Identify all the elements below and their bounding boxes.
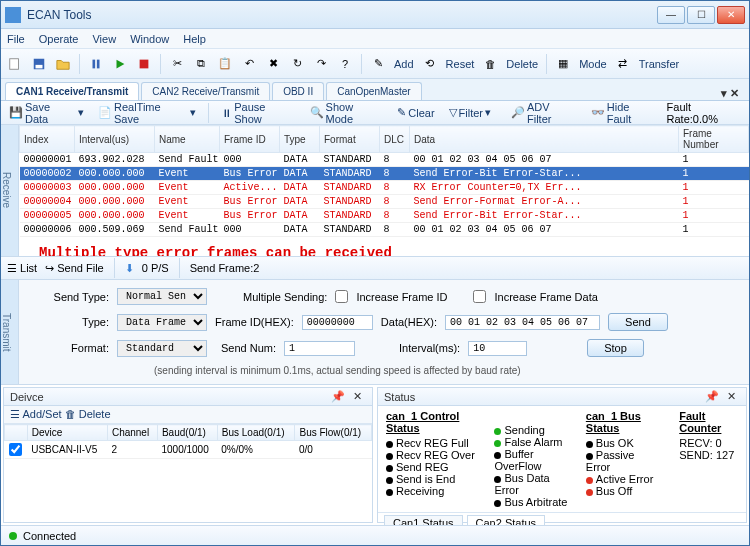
column-header[interactable]: Baud(0/1): [157, 425, 217, 441]
realtime-save-button[interactable]: 📄 RealTime Save ▾: [94, 101, 200, 125]
clear-button[interactable]: ✎ Clear: [393, 106, 438, 119]
play-icon[interactable]: [110, 54, 130, 74]
minimize-button[interactable]: ―: [657, 6, 685, 24]
status-item: Recv REG Full: [386, 437, 476, 449]
save-data-button[interactable]: 💾 Save Data ▾: [5, 101, 88, 125]
delete-button[interactable]: Delete: [504, 58, 540, 70]
show-mode-button[interactable]: 🔍 Show Mode: [306, 101, 388, 125]
tab-obd2[interactable]: OBD II: [272, 82, 324, 100]
column-header[interactable]: Bus Load(0/1): [217, 425, 295, 441]
maximize-button[interactable]: ☐: [687, 6, 715, 24]
receive-side-tab[interactable]: Receive: [1, 125, 19, 256]
column-header[interactable]: Interval(us): [75, 126, 155, 153]
menu-file[interactable]: File: [7, 33, 25, 45]
open-icon[interactable]: [53, 54, 73, 74]
mode-button[interactable]: Mode: [577, 58, 609, 70]
device-checkbox[interactable]: [9, 443, 22, 456]
refresh-icon[interactable]: ↻: [287, 54, 307, 74]
control-status-header: can_1 Control Status: [386, 410, 476, 434]
pause-icon[interactable]: [86, 54, 106, 74]
mode-icon[interactable]: ▦: [553, 54, 573, 74]
reset-button[interactable]: Reset: [444, 58, 477, 70]
svg-rect-5: [140, 59, 149, 68]
status-item: Send is End: [386, 473, 476, 485]
add-icon[interactable]: ✎: [368, 54, 388, 74]
inc-frame-data-checkbox[interactable]: [473, 290, 486, 303]
add-button[interactable]: Add: [392, 58, 416, 70]
send-num-input[interactable]: [284, 341, 355, 356]
delete-icon[interactable]: ✖: [263, 54, 283, 74]
transfer-button[interactable]: Transfer: [637, 58, 682, 70]
frame-id-input[interactable]: [302, 315, 373, 330]
new-icon[interactable]: [5, 54, 25, 74]
table-row[interactable]: 00000001693.902.028Send Fault000DATASTAN…: [20, 153, 749, 167]
status-item: False Alarm: [494, 436, 567, 448]
column-header[interactable]: DLC: [380, 126, 410, 153]
table-row[interactable]: 00000005000.000.000EventBus ErrorDATASTA…: [20, 209, 749, 223]
paste-icon[interactable]: 📋: [215, 54, 235, 74]
column-header[interactable]: Frame Number: [679, 126, 749, 153]
menu-operate[interactable]: Operate: [39, 33, 79, 45]
pin-icon[interactable]: 📌: [701, 390, 723, 403]
reset-icon[interactable]: ⟲: [420, 54, 440, 74]
column-header[interactable]: Data: [410, 126, 679, 153]
tab-can1[interactable]: CAN1 Receive/Transmit: [5, 82, 139, 100]
tab-can2[interactable]: CAN2 Receive/Transmit: [141, 82, 270, 100]
tab-canopen[interactable]: CanOpenMaster: [326, 82, 421, 100]
send-type-select[interactable]: Normal Send: [117, 288, 207, 305]
inc-frame-id-checkbox[interactable]: [335, 290, 348, 303]
table-row[interactable]: 00000006000.509.069Send Fault000DATASTAN…: [20, 223, 749, 237]
format-select[interactable]: Standard: [117, 340, 207, 357]
send-button[interactable]: Send: [608, 313, 668, 331]
column-header[interactable]: Index: [20, 126, 75, 153]
pause-show-button[interactable]: ⏸ Pause Show: [217, 101, 299, 125]
table-row[interactable]: 00000004000.000.000EventBus ErrorDATASTA…: [20, 195, 749, 209]
filter-button[interactable]: ▽ Filter ▾: [445, 106, 495, 119]
column-header[interactable]: Device: [27, 425, 107, 441]
redo-icon[interactable]: ↷: [311, 54, 331, 74]
undo-icon[interactable]: ↶: [239, 54, 259, 74]
table-row[interactable]: 00000003000.000.000EventActive...DATASTA…: [20, 181, 749, 195]
delete2-icon[interactable]: 🗑: [480, 54, 500, 74]
column-header[interactable]: Format: [320, 126, 380, 153]
dev-addset-button[interactable]: ☰ Add/Set 🗑 Delete: [10, 408, 111, 421]
column-header[interactable]: Name: [155, 126, 220, 153]
column-header[interactable]: Bus Flow(0/1): [295, 425, 372, 441]
stop-button[interactable]: Stop: [587, 339, 644, 357]
panel-close-icon[interactable]: ✕: [723, 390, 740, 403]
adv-filter-button[interactable]: 🔎 ADV Filter: [507, 101, 581, 125]
type-select[interactable]: Data Frame: [117, 314, 207, 331]
send-frame-count: Send Frame:2: [190, 262, 260, 274]
list-button[interactable]: ☰ List: [7, 262, 37, 275]
transfer-icon[interactable]: ⇄: [613, 54, 633, 74]
column-header[interactable]: Type: [280, 126, 320, 153]
copy-icon[interactable]: ⧉: [191, 54, 211, 74]
transmit-side-tab[interactable]: Transmit: [1, 280, 19, 384]
hide-fault-button[interactable]: 👓 Hide Fault: [587, 101, 661, 125]
arrow-down-icon[interactable]: ⬇: [125, 262, 134, 275]
column-header[interactable]: [5, 425, 28, 441]
menu-window[interactable]: Window: [130, 33, 169, 45]
fault-counter-header: Fault Counter: [679, 410, 738, 434]
table-row[interactable]: 00000002000.000.000EventBus ErrorDATASTA…: [20, 167, 749, 181]
cut-icon[interactable]: ✂: [167, 54, 187, 74]
column-header[interactable]: Frame ID: [220, 126, 280, 153]
bus-status-header: can_1 Bus Status: [586, 410, 661, 434]
table-row[interactable]: USBCAN-II-V5 2 1000/1000 0%/0% 0/0: [5, 441, 372, 459]
stop-icon[interactable]: [134, 54, 154, 74]
tabs-close-icon[interactable]: ▾ ✕: [715, 87, 745, 100]
save-icon[interactable]: [29, 54, 49, 74]
main-toolbar: ✂ ⧉ 📋 ↶ ✖ ↻ ↷ ? ✎ Add ⟲ Reset 🗑 Delete ▦…: [1, 49, 749, 79]
help-icon[interactable]: ?: [335, 54, 355, 74]
menu-view[interactable]: View: [92, 33, 116, 45]
column-header[interactable]: Channel: [107, 425, 157, 441]
pin-icon[interactable]: 📌: [327, 390, 349, 403]
dev-delete-button[interactable]: 🗑 Delete: [65, 408, 111, 420]
send-file-button[interactable]: ↪ Send File: [45, 262, 104, 275]
menu-help[interactable]: Help: [183, 33, 206, 45]
close-button[interactable]: ✕: [717, 6, 745, 24]
interval-input[interactable]: [468, 341, 527, 356]
device-panel: Deivce 📌 ✕ ☰ Add/Set 🗑 Delete DeviceChan…: [3, 387, 373, 523]
panel-close-icon[interactable]: ✕: [349, 390, 366, 403]
data-hex-input[interactable]: [445, 315, 600, 330]
